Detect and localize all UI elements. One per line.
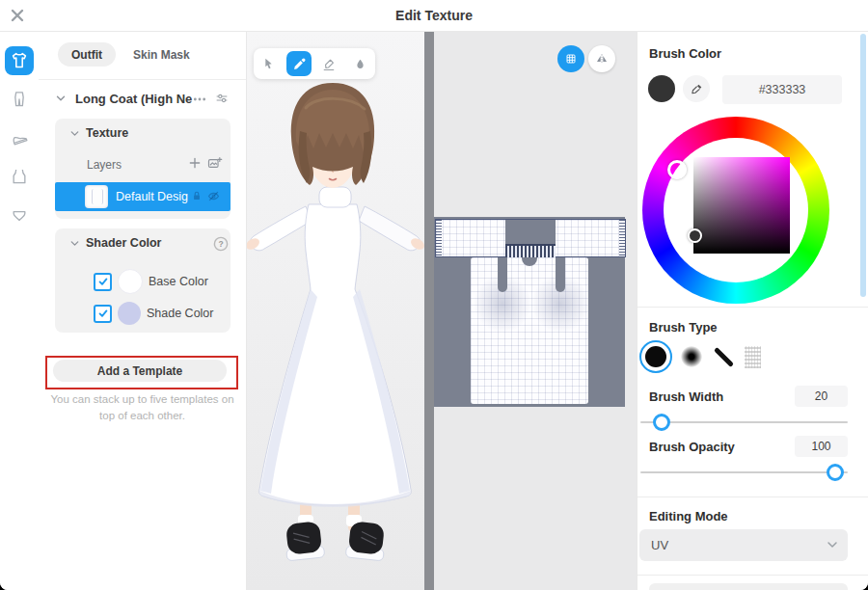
base-color-checkbox[interactable] bbox=[94, 273, 112, 291]
uv-neck-notch bbox=[505, 220, 556, 245]
brush-type-texture[interactable] bbox=[745, 346, 761, 368]
divider bbox=[637, 575, 868, 576]
uv-slot-right bbox=[556, 257, 565, 292]
base-color-swatch[interactable] bbox=[118, 269, 143, 294]
tool-bar bbox=[254, 48, 375, 79]
texture-uv-panel[interactable] bbox=[434, 31, 637, 590]
brush-tool-icon[interactable] bbox=[286, 51, 312, 76]
hex-color-input[interactable] bbox=[722, 75, 842, 104]
uv-selvage-left bbox=[436, 220, 442, 256]
divider bbox=[637, 307, 868, 308]
brush-width-slider[interactable] bbox=[640, 413, 848, 432]
divider bbox=[39, 79, 246, 80]
scrollbar-thumb[interactable] bbox=[860, 34, 866, 297]
grid-toggle-button[interactable] bbox=[557, 45, 584, 72]
tree-item-label: Long Coat (High Ne bbox=[75, 92, 192, 106]
base-color-label: Base Color bbox=[149, 275, 208, 288]
eraser-tool-icon[interactable] bbox=[317, 51, 342, 76]
editing-mode-label: Editing Mode bbox=[649, 509, 728, 523]
shoe-icon bbox=[10, 128, 29, 148]
shade-color-swatch[interactable] bbox=[118, 302, 141, 325]
mirror-icon bbox=[594, 51, 610, 67]
uv-slot-left bbox=[498, 257, 507, 292]
character-preview bbox=[246, 79, 424, 590]
shade-color-checkbox[interactable] bbox=[94, 305, 112, 323]
rail-item-bottoms[interactable] bbox=[5, 85, 34, 114]
hue-knob[interactable] bbox=[667, 160, 687, 179]
chevron-down-icon[interactable] bbox=[68, 237, 81, 250]
tab-skin-mask[interactable]: Skin Mask bbox=[120, 42, 203, 67]
rail-item-inner[interactable] bbox=[5, 162, 34, 191]
brush-type-solid[interactable] bbox=[639, 340, 672, 373]
import-image-icon[interactable] bbox=[206, 155, 223, 172]
lock-icon[interactable] bbox=[190, 189, 205, 204]
tune-icon[interactable] bbox=[214, 91, 230, 106]
category-rail bbox=[0, 31, 40, 590]
brush-inspector-panel: Brush Color Brush Type Brush Width 20 Br… bbox=[637, 31, 868, 590]
page-title: Edit Texture bbox=[0, 8, 868, 23]
rail-item-shoes[interactable] bbox=[5, 123, 34, 152]
shader-section-title: Shader Color bbox=[86, 236, 162, 250]
brush-opacity-slider-thumb[interactable] bbox=[827, 464, 844, 481]
blur-tool-icon[interactable] bbox=[347, 51, 372, 76]
rail-item-tops[interactable] bbox=[5, 46, 34, 75]
mirror-toggle-button[interactable] bbox=[588, 45, 615, 72]
brush-type-options bbox=[639, 339, 761, 374]
brush-opacity-slider[interactable] bbox=[640, 463, 848, 482]
grid-icon bbox=[563, 51, 579, 67]
select-tool-icon[interactable] bbox=[257, 51, 282, 76]
texture-section: Texture Layers Default Desig bbox=[55, 119, 231, 219]
layers-label: Layers bbox=[87, 158, 122, 172]
outfit-panel: Outfit Skin Mask Long Coat (High Ne Text… bbox=[39, 31, 247, 590]
tanktop-icon bbox=[10, 167, 29, 186]
brush-width-label: Brush Width bbox=[649, 389, 723, 404]
shade-color-label: Shade Color bbox=[147, 307, 214, 320]
shader-option-base: Base Color bbox=[94, 269, 208, 294]
next-section-stub bbox=[649, 583, 848, 590]
help-icon[interactable]: ? bbox=[213, 236, 229, 252]
viewport-3d[interactable] bbox=[246, 31, 424, 590]
chevron-down-icon[interactable] bbox=[68, 127, 81, 140]
brush-color-label: Brush Color bbox=[649, 46, 721, 61]
chevron-down-icon[interactable] bbox=[54, 92, 68, 105]
template-hint-text: You can stack up to five templates on to… bbox=[48, 391, 236, 423]
brush-opacity-label: Brush Opacity bbox=[649, 440, 735, 454]
divider bbox=[637, 496, 868, 497]
editing-mode-select[interactable]: UV bbox=[639, 529, 848, 561]
pants-icon bbox=[10, 90, 29, 109]
brush-type-stroke[interactable] bbox=[711, 344, 736, 369]
uv-selvage-right bbox=[619, 220, 625, 256]
uv-sleeve-strip[interactable] bbox=[435, 219, 626, 257]
add-template-button[interactable]: Add a Template bbox=[53, 360, 227, 382]
add-layer-icon[interactable] bbox=[187, 155, 203, 171]
edit-texture-window: Edit Texture Outfit Skin Mask Long Coat … bbox=[0, 0, 868, 590]
window-header: Edit Texture bbox=[0, 0, 868, 32]
briefs-icon bbox=[10, 205, 29, 225]
eyedropper-button[interactable] bbox=[683, 75, 710, 102]
brush-opacity-value[interactable]: 100 bbox=[795, 436, 848, 457]
eye-off-icon[interactable] bbox=[206, 189, 222, 204]
editing-mode-value: UV bbox=[651, 538, 668, 552]
tree-item-long-coat[interactable]: Long Coat (High Ne bbox=[39, 87, 246, 112]
brush-type-soft[interactable] bbox=[681, 346, 702, 367]
brush-width-slider-thumb[interactable] bbox=[653, 414, 670, 431]
uv-canvas-background[interactable] bbox=[434, 217, 625, 407]
layer-row-default-design[interactable]: Default Desig bbox=[55, 182, 231, 211]
uv-body-piece[interactable] bbox=[471, 257, 588, 404]
saturation-value-knob[interactable] bbox=[688, 228, 702, 243]
shader-option-shade: Shade Color bbox=[94, 302, 214, 325]
shader-color-section: Shader Color ? Base Color Shade Color bbox=[55, 228, 231, 333]
rail-item-underwear[interactable] bbox=[5, 201, 34, 229]
svg-text:?: ? bbox=[218, 239, 223, 249]
more-options-icon[interactable] bbox=[193, 95, 206, 103]
texture-section-title: Texture bbox=[86, 126, 128, 140]
panel-splitter[interactable] bbox=[424, 31, 434, 590]
uv-zipper-teeth bbox=[505, 244, 556, 257]
brush-width-value[interactable]: 20 bbox=[795, 386, 848, 407]
brush-color-swatch[interactable] bbox=[648, 75, 675, 102]
layer-thumbnail bbox=[85, 185, 108, 208]
saturation-value-square[interactable] bbox=[693, 157, 790, 254]
tab-outfit[interactable]: Outfit bbox=[58, 42, 116, 67]
eyedropper-icon bbox=[690, 82, 704, 96]
chevron-down-icon bbox=[825, 537, 840, 552]
